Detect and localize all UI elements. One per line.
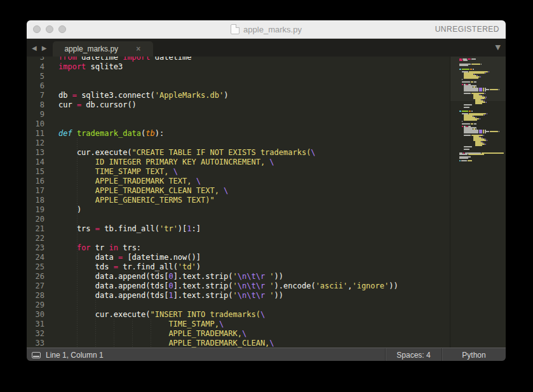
code-text: ) [58, 205, 81, 215]
code-line: 19 ) [30, 205, 450, 215]
code-line: 15 TIME_STAMP TEXT, \ [30, 167, 450, 177]
code-pane[interactable]: 3from datetime import datetime4import sq… [27, 57, 450, 348]
line-number: 15 [30, 167, 44, 177]
window-title: apple_marks.py [243, 25, 302, 34]
code-text: data.append(tds[0].text.strip('\n\t\r ')… [58, 281, 398, 291]
code-line: 22 [30, 234, 450, 243]
tab-close-icon[interactable]: × [136, 44, 140, 53]
line-number: 30 [30, 310, 44, 320]
sublime-text-window: apple_marks.py UNREGISTERED ◀ ▶ apple_ma… [27, 20, 506, 361]
code-line: 17 APPLE_TRADEMARK_CLEAN TEXT, \ [30, 186, 450, 196]
code-line: 14 ID INTEGER PRIMARY KEY AUTOINCREMENT,… [30, 158, 450, 167]
code-text: from datetime import datetime [58, 57, 192, 62]
line-number: 16 [30, 177, 44, 186]
line-number: 20 [30, 215, 44, 224]
code-text: data = [datetime.now()] [58, 253, 201, 262]
line-number: 24 [30, 253, 44, 262]
line-number: 27 [30, 281, 44, 291]
code-line: 24 data = [datetime.now()] [30, 253, 450, 262]
code-line: 32 APPLE_TRADEMARK,\ [30, 329, 450, 339]
tab-label: apple_marks.py [64, 44, 118, 53]
code-text: APPLE_GENERIC_TERMS TEXT)" [58, 196, 215, 205]
code-line: 30 cur.execute("INSERT INTO trademarks(\ [30, 310, 450, 320]
forward-arrow-icon[interactable]: ▶ [42, 44, 47, 51]
line-number: 23 [30, 243, 44, 253]
line-number: 14 [30, 158, 44, 167]
code-text: trs = tb.find_all('tr')[1:] [58, 224, 201, 234]
line-number: 9 [30, 110, 44, 119]
line-number: 19 [30, 205, 44, 215]
line-number: 28 [30, 291, 44, 301]
traffic-lights [33, 25, 66, 33]
minimap[interactable] [450, 57, 506, 348]
cursor-position: Line 1, Column 1 [46, 351, 104, 360]
line-number: 22 [30, 234, 44, 243]
indentation-label: Spaces: 4 [396, 351, 430, 360]
code-text: APPLE_TRADEMARK TEXT, \ [58, 177, 201, 186]
code-line: 3from datetime import datetime [30, 57, 450, 62]
line-number: 3 [30, 57, 44, 62]
line-number: 13 [30, 148, 44, 158]
line-number: 25 [30, 262, 44, 272]
tab-apple-marks[interactable]: apple_marks.py × [53, 41, 153, 57]
code-text: cur.execute("INSERT INTO trademarks(\ [58, 310, 265, 320]
code-line: 10 [30, 119, 450, 129]
window-title-group: apple_marks.py [27, 24, 506, 34]
line-number: 8 [30, 100, 44, 110]
code-line: 13 cur.execute("CREATE TABLE IF NOT EXIS… [30, 148, 450, 158]
line-number: 17 [30, 186, 44, 196]
code-text: import sqlite3 [58, 62, 123, 72]
code-line: 31 TIME_STAMP,\ [30, 320, 450, 329]
line-number: 5 [30, 72, 44, 81]
code-line: 27 data.append(tds[0].text.strip('\n\t\r… [30, 281, 450, 291]
tab-nav-arrows: ◀ ▶ [27, 39, 53, 57]
code-line: 6 [30, 81, 450, 91]
title-bar[interactable]: apple_marks.py UNREGISTERED [27, 20, 506, 39]
editor-area[interactable]: 3from datetime import datetime4import sq… [27, 57, 506, 348]
status-left: Line 1, Column 1 [27, 351, 104, 360]
zoom-window-button[interactable] [58, 25, 66, 33]
status-right: Spaces: 4 Python [385, 348, 506, 361]
code-line: 25 tds = tr.find_all('td') [30, 262, 450, 272]
indent-guide [151, 320, 151, 348]
code-lines: 3from datetime import datetime4import sq… [27, 57, 450, 348]
line-number: 33 [30, 339, 44, 348]
code-text: tds = tr.find_all('td') [58, 262, 201, 272]
code-line: 4import sqlite3 [30, 62, 450, 72]
line-number: 31 [30, 320, 44, 329]
line-number: 6 [30, 81, 44, 91]
back-arrow-icon[interactable]: ◀ [32, 44, 37, 51]
line-number: 26 [30, 272, 44, 281]
line-number: 12 [30, 139, 44, 148]
code-text: data.append(tds[1].text.strip('\n\t\r ')… [58, 291, 283, 301]
indent-guide [114, 320, 114, 348]
tab-overflow-icon[interactable]: ▼ [496, 43, 501, 51]
line-number: 7 [30, 91, 44, 100]
syntax-setting[interactable]: Python [442, 348, 506, 361]
code-text: data.append(tds[0].text.strip('\n\t\r ')… [58, 272, 283, 281]
indent-guide [95, 253, 96, 348]
code-text: cur.execute("CREATE TABLE IF NOT EXISTS … [58, 148, 316, 158]
code-text: for tr in trs: [58, 243, 141, 253]
indent-guide [132, 320, 133, 348]
indentation-setting[interactable]: Spaces: 4 [385, 348, 442, 361]
code-line: 29 [30, 301, 450, 310]
line-number: 11 [30, 129, 44, 139]
minimap-row [459, 160, 506, 161]
code-line: 12 [30, 139, 450, 148]
line-number: 4 [30, 62, 44, 72]
code-text: TIME_STAMP,\ [58, 320, 224, 329]
code-line: 16 APPLE_TRADEMARK TEXT, \ [30, 177, 450, 186]
code-line: 18 APPLE_GENERIC_TERMS TEXT)" [30, 196, 450, 205]
code-text: APPLE_TRADEMARK_CLEAN TEXT, \ [58, 186, 228, 196]
close-window-button[interactable] [33, 25, 41, 33]
code-text: db = sqlite3.connect('AppleMarks.db') [58, 91, 228, 100]
line-number: 21 [30, 224, 44, 234]
minimize-window-button[interactable] [46, 25, 53, 33]
code-line: 7db = sqlite3.connect('AppleMarks.db') [30, 91, 450, 100]
code-text: APPLE_TRADEMARK_CLEAN,\ [58, 339, 274, 348]
registration-status: UNREGISTERED [435, 25, 499, 34]
panel-toggle-icon[interactable] [32, 352, 41, 358]
code-line: 11def trademark_data(tb): [30, 129, 450, 139]
syntax-label: Python [462, 351, 485, 360]
